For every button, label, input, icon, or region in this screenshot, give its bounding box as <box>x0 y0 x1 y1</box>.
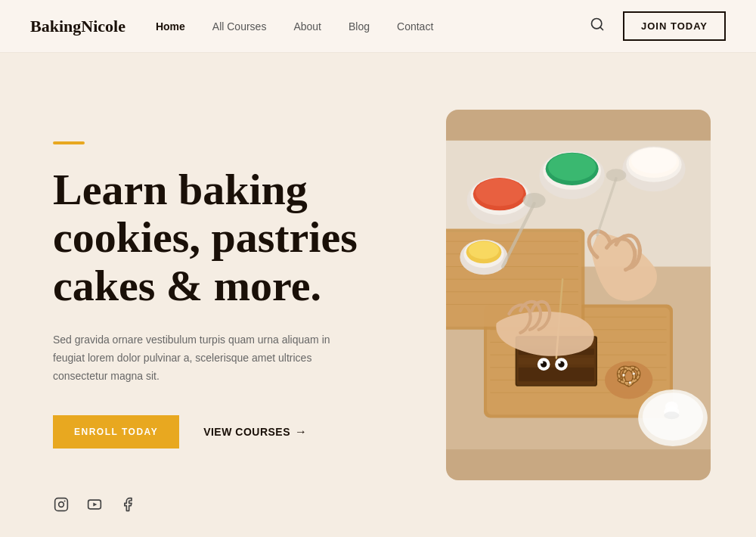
hero-section: Learn baking cookies, pastries cakes & m… <box>0 53 756 537</box>
svg-marker-67 <box>93 503 97 507</box>
svg-point-41 <box>548 154 596 182</box>
svg-line-1 <box>600 27 603 30</box>
svg-point-57 <box>665 402 678 411</box>
hero-content: Learn baking cookies, pastries cakes & m… <box>53 141 446 449</box>
instagram-icon[interactable] <box>53 496 70 513</box>
svg-point-65 <box>64 500 66 501</box>
nav-link-contact[interactable]: Contact <box>397 20 433 33</box>
nav-item-contact[interactable]: Contact <box>397 20 433 33</box>
nav-link-home[interactable]: Home <box>156 20 185 33</box>
svg-point-60 <box>523 193 546 208</box>
nav-item-home[interactable]: Home <box>156 20 185 33</box>
svg-point-29 <box>541 362 543 364</box>
nav-item-all-courses[interactable]: All Courses <box>212 20 267 33</box>
arrow-icon: → <box>295 425 308 439</box>
social-icons <box>53 496 136 513</box>
enroll-today-button[interactable]: ENROLL TODAY <box>53 415 179 449</box>
svg-point-32 <box>558 362 560 364</box>
hero-title: Learn baking cookies, pastries cakes & m… <box>53 166 416 310</box>
hero-description: Sed gravida ornare vestibulum turpis qua… <box>53 331 340 385</box>
svg-point-64 <box>59 502 64 508</box>
baking-illustration <box>446 110 711 480</box>
nav-link-about[interactable]: About <box>293 20 321 33</box>
svg-point-51 <box>622 374 624 376</box>
navbar: BakingNicole Home All Courses About Blog… <box>0 0 756 53</box>
hero-image <box>446 110 711 480</box>
view-courses-label: VIEW COURSES <box>203 426 290 438</box>
nav-item-blog[interactable]: Blog <box>349 20 370 33</box>
svg-point-62 <box>606 169 627 182</box>
facebook-icon[interactable] <box>119 496 136 513</box>
svg-point-53 <box>629 381 631 383</box>
svg-point-58 <box>664 411 679 419</box>
svg-point-45 <box>631 148 677 173</box>
nav-link-all-courses[interactable]: All Courses <box>212 20 267 33</box>
search-button[interactable] <box>587 14 608 39</box>
view-courses-link[interactable]: VIEW COURSES → <box>203 425 307 439</box>
svg-rect-26 <box>519 368 594 381</box>
nav-right: JOIN TODAY <box>587 11 726 41</box>
nav-left: BakingNicole Home All Courses About Blog… <box>30 17 433 36</box>
nav-item-about[interactable]: About <box>293 20 321 33</box>
svg-point-37 <box>476 178 523 206</box>
join-today-button[interactable]: JOIN TODAY <box>623 11 726 41</box>
svg-point-52 <box>633 373 635 375</box>
svg-rect-63 <box>55 498 68 511</box>
site-logo[interactable]: BakingNicole <box>30 17 125 36</box>
hero-actions: ENROLL TODAY VIEW COURSES → <box>53 415 416 449</box>
youtube-icon[interactable] <box>86 496 103 513</box>
nav-link-blog[interactable]: Blog <box>349 20 370 33</box>
nav-links: Home All Courses About Blog Contact <box>156 20 433 33</box>
search-icon <box>590 17 605 32</box>
hero-accent-line <box>53 141 85 144</box>
svg-point-49 <box>469 241 499 259</box>
